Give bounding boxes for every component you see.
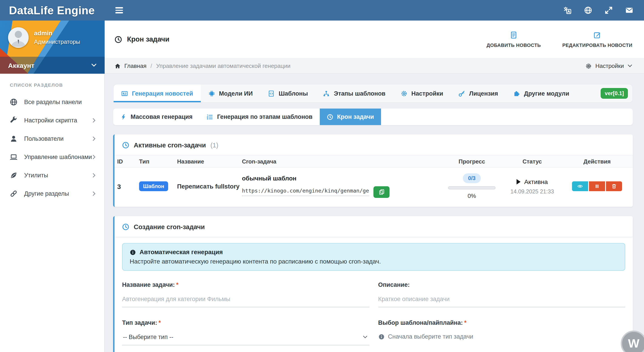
globe-icon[interactable] (584, 6, 592, 14)
create-task-header: Создание cron-задачи (114, 216, 633, 237)
task-actions (561, 181, 633, 191)
active-tasks-card: Активные cron-задачи (1) ID Тип Название… (113, 135, 633, 207)
task-name: Переписать fullstory (177, 183, 242, 190)
clock-icon (114, 35, 122, 43)
edit-icon (594, 31, 601, 39)
leaf-icon (10, 172, 18, 179)
clock-icon (122, 142, 129, 149)
progress-percent: 0% (468, 192, 476, 199)
gear-icon (401, 90, 408, 97)
field-task-type: Тип задачи:* -- Выберите тип -- (122, 319, 369, 345)
eye-icon (577, 183, 583, 189)
chevron-down-icon (628, 64, 632, 67)
tab-settings[interactable]: Настройки (393, 84, 451, 102)
tab-news-generation[interactable]: Генерация новостей (114, 84, 200, 102)
chevron-right-icon (92, 136, 96, 141)
mail-icon[interactable] (625, 6, 633, 14)
subtab-mass-generation[interactable]: Массовая генерация (113, 109, 200, 125)
sidebar-item-other-sections[interactable]: Другие разделы (0, 184, 105, 203)
globe-icon (10, 98, 18, 106)
sidebar: admin Администраторы Аккаунт СПИСОК РАЗД… (0, 20, 105, 352)
play-icon (516, 179, 520, 184)
pause-task-button[interactable] (589, 181, 605, 191)
delete-task-button[interactable] (606, 181, 622, 191)
file-code-icon (268, 90, 274, 97)
edit-news-button[interactable]: РЕДАКТИРОВАТЬ НОВОСТИ (562, 31, 632, 48)
task-type-badge: Шаблон (139, 181, 168, 191)
version-badge: ver[0.1] (601, 88, 628, 99)
tab-license[interactable]: Лицензия (451, 84, 506, 102)
top-navbar: DataLife Engine (0, 0, 644, 20)
tab-other-modules[interactable]: Другие модули (506, 84, 577, 102)
sub-tabs: Массовая генерация Генерация по этапам ш… (113, 109, 633, 125)
tab-template-stages[interactable]: Этапы шаблонов (316, 84, 393, 102)
newspaper-icon (121, 90, 128, 97)
wrench-icon (10, 117, 18, 124)
status-date: 14.09.2025 21:33 (510, 188, 554, 194)
trash-icon (611, 183, 617, 189)
page-title: Крон задачи (114, 35, 170, 43)
tab-ai-models[interactable]: Модели ИИ (200, 84, 260, 102)
required-mark: * (464, 319, 467, 326)
create-task-card: Создание cron-задачи Автоматическая гене… (113, 216, 633, 352)
progress-badge: 0/3 (463, 173, 481, 183)
main-area: Крон задачи ДОБАВИТЬ НОВОСТЬ РЕДАКТИРОВА… (105, 20, 644, 352)
laptop-icon (10, 153, 18, 161)
create-task-form: Название задачи:* Описание: Тип задачи:*… (114, 281, 633, 352)
hamburger-menu-icon[interactable] (114, 5, 125, 15)
user-icon (10, 135, 18, 143)
add-news-button[interactable]: ДОБАВИТЬ НОВОСТЬ (486, 31, 541, 48)
breadcrumb-separator: / (150, 63, 152, 69)
task-type-select[interactable]: -- Выберите тип -- (122, 332, 369, 345)
info-alert: Автоматическая генерация Настройте автом… (122, 243, 625, 271)
copy-url-button[interactable] (374, 186, 390, 198)
field-description: Описание: (378, 281, 625, 307)
microchip-icon (208, 90, 215, 97)
sidebar-item-script-settings[interactable]: Настройки скрипта (0, 111, 105, 130)
info-icon (130, 249, 136, 255)
breadcrumb-current: Управление задачами автоматической генер… (156, 63, 290, 69)
account-header: admin Администраторы Аккаунт (0, 20, 105, 74)
app-logo: DataLife Engine (0, 4, 105, 17)
active-tasks-header: Активные cron-задачи (1) (114, 135, 633, 155)
chevron-down-icon (362, 336, 368, 339)
sidebar-item-utilities[interactable]: Утилиты (0, 166, 105, 184)
clock-icon (327, 114, 333, 120)
chevron-right-icon (92, 191, 96, 196)
task-name-input[interactable] (122, 294, 369, 307)
field-pipeline: Выбор шаблона/пайплайна:* Сначала выбери… (378, 319, 625, 345)
lightning-icon (120, 114, 126, 120)
field-task-name: Название задачи:* (122, 281, 369, 307)
account-role: Администраторы (34, 38, 80, 45)
puzzle-icon (513, 90, 520, 97)
account-username: admin (34, 29, 52, 37)
subtab-stage-generation[interactable]: Генерация по этапам шаблонов (200, 109, 320, 125)
numbered-list-icon (207, 114, 213, 120)
home-icon (114, 63, 121, 69)
breadcrumb: Главная / Управление задачами автоматиче… (105, 58, 644, 74)
sidebar-item-users[interactable]: Пользователи (0, 130, 105, 148)
page-header: Крон задачи ДОБАВИТЬ НОВОСТЬ РЕДАКТИРОВА… (105, 20, 644, 58)
account-toggle[interactable]: Аккаунт (0, 57, 105, 74)
task-progress: 0/3 0% (440, 173, 503, 199)
sidebar-item-all-sections[interactable]: Все разделы панели (0, 93, 105, 111)
task-cron-url: https://kinogo.com/engine/kinq/genman/ge… (242, 188, 369, 196)
sidebar-item-templates[interactable]: Управление шаблонами (0, 148, 105, 166)
avatar (8, 27, 28, 48)
required-mark: * (158, 319, 161, 326)
clock-icon (122, 223, 129, 230)
alert-text: Настройте автоматическую генерацию конте… (130, 258, 618, 265)
sidebar-section-title: СПИСОК РАЗДЕЛОВ (0, 74, 105, 93)
fullscreen-icon[interactable] (605, 6, 613, 14)
pipeline-hint: Сначала выберите тип задачи (378, 332, 625, 340)
breadcrumb-home-link[interactable]: Главная (114, 63, 146, 69)
task-description-input[interactable] (378, 294, 625, 307)
view-task-button[interactable] (572, 181, 588, 191)
table-header: ID Тип Название Cron-задача Прогресс Ста… (114, 155, 633, 168)
progress-bar (448, 186, 496, 189)
tab-templates[interactable]: Шаблоны (260, 84, 316, 102)
settings-dropdown[interactable]: Настройки (586, 63, 632, 69)
chevron-right-icon (92, 118, 96, 123)
subtab-cron-tasks[interactable]: Крон задачи (320, 109, 381, 125)
translate-icon[interactable] (564, 6, 572, 14)
